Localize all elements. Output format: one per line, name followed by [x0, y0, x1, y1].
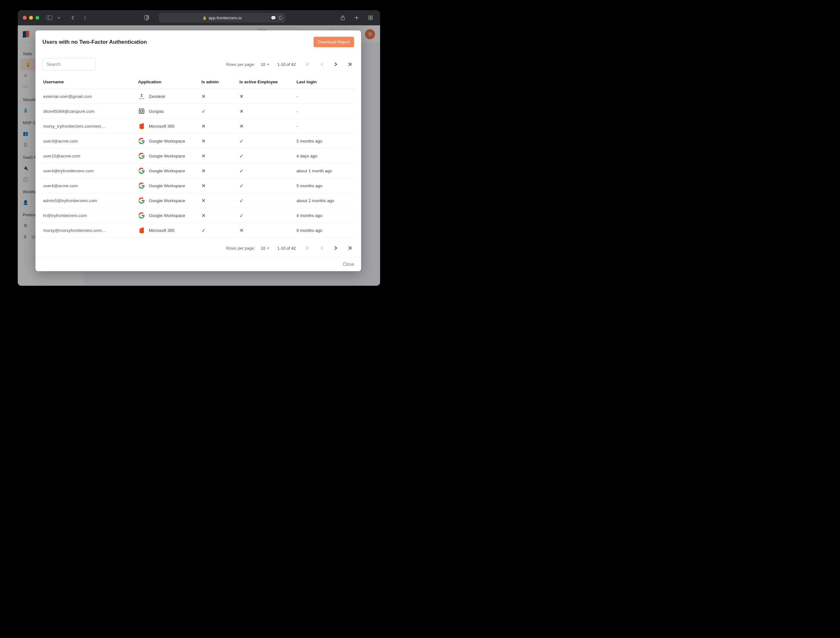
list-icon: ☰ [23, 142, 28, 147]
last-login-cell: 9 months ago [295, 223, 355, 238]
plug-icon: 🔌 [23, 165, 28, 171]
maximize-window-icon[interactable] [35, 16, 39, 20]
url-host: app.frontierzero.io [209, 16, 242, 20]
check-icon [240, 139, 243, 144]
table-controls-top: Rows per page: 10 ▼ 1-10 of 42 [41, 50, 355, 76]
reader-icon[interactable]: 💬 [271, 16, 276, 20]
back-button-icon[interactable] [68, 13, 77, 22]
next-page-button[interactable] [331, 243, 340, 253]
username-cell: hr@tryfrontierzero.com [43, 213, 106, 218]
forward-button-icon[interactable] [81, 13, 89, 22]
table-row[interactable]: morsy@morsyfrontierzero.onmicrosoft…Micr… [41, 223, 355, 238]
close-button[interactable]: Close [343, 262, 354, 267]
application-name: Google Workspace [149, 213, 185, 218]
column-application[interactable]: Application [136, 76, 199, 89]
window-controls [23, 16, 39, 20]
svg-rect-5 [369, 18, 370, 20]
pager-top: Rows per page: 10 ▼ 1-10 of 42 [226, 60, 354, 69]
pager-bottom: Rows per page: 10 ▼ 1-10 of 42 [226, 243, 354, 253]
share-icon[interactable] [338, 13, 347, 22]
username-cell: user4@acme.com [43, 183, 106, 188]
table-header-row: Username Application Is admin Is active … [41, 76, 355, 89]
rows-per-page-select[interactable]: 10 ▼ [261, 62, 270, 67]
table-row[interactable]: morsy_tryfrontierzero.com#ext#@mor…Micro… [41, 119, 355, 134]
column-last-login[interactable]: Last login [295, 76, 355, 89]
last-login-cell: - [295, 104, 355, 119]
application-cell: Microsoft 365 [138, 123, 197, 129]
tab-overview-icon[interactable] [366, 13, 375, 22]
svg-rect-3 [369, 16, 370, 17]
google-icon [138, 167, 145, 174]
application-cell: Google Workspace [138, 212, 197, 219]
modal-footer: Close [35, 257, 361, 271]
x-icon [201, 183, 205, 188]
rows-per-page-select[interactable]: 10 ▼ [261, 246, 270, 251]
username-cell: external-user@gmail.com [43, 94, 106, 99]
download-report-button[interactable]: Download Report [314, 37, 354, 47]
first-page-button[interactable] [303, 243, 312, 253]
last-page-button[interactable] [345, 243, 354, 253]
google-icon [138, 182, 145, 189]
address-bar[interactable]: 🔒 app.frontierzero.io 💬 [159, 13, 286, 22]
application-cell: Google Workspace [138, 182, 197, 189]
app-logo-icon [23, 30, 29, 37]
last-page-button[interactable] [345, 60, 354, 69]
application-cell: ZzendeskZendesk [138, 93, 197, 100]
modal-title: Users with no Two-Factor Authentication [43, 39, 147, 45]
x-icon [240, 109, 243, 114]
last-login-cell: 5 months ago [295, 134, 355, 148]
prev-page-button[interactable] [317, 60, 326, 69]
last-login-cell: about 2 months ago [295, 193, 355, 208]
new-tab-icon[interactable] [352, 13, 361, 22]
gorgias-icon [138, 108, 145, 115]
table-row[interactable]: external-user@gmail.comZzendeskZendesk- [41, 89, 355, 104]
prev-page-button[interactable] [317, 243, 326, 253]
m365-icon [138, 227, 145, 234]
minimize-window-icon[interactable] [29, 16, 33, 20]
username-cell: user3@acme.com [43, 139, 106, 144]
close-window-icon[interactable] [23, 16, 27, 20]
table-row[interactable]: user4@acme.comGoogle Workspace5 months a… [41, 178, 355, 193]
svg-text:zendesk: zendesk [139, 98, 144, 99]
table-row[interactable]: admin5@tryfrontierzero.comGoogle Workspa… [41, 193, 355, 208]
x-icon [201, 198, 205, 204]
rows-per-page-value: 10 [261, 62, 265, 67]
rows-per-page-value: 10 [261, 246, 265, 251]
username-cell: morsy_tryfrontierzero.com#ext#@mor… [43, 124, 106, 129]
modal-body: Rows per page: 10 ▼ 1-10 of 42 [35, 50, 361, 257]
x-icon [201, 213, 205, 218]
nodes-icon: ⚛ [23, 73, 28, 78]
check-icon [201, 109, 205, 114]
check-icon [240, 168, 243, 174]
search-input[interactable] [43, 58, 96, 71]
header-settings-icon[interactable]: ⚙ [365, 29, 375, 39]
privacy-shield-icon[interactable] [144, 15, 149, 21]
table-row[interactable]: diton45064@carspure.comGorgias- [41, 104, 355, 119]
table-row[interactable]: hr@tryfrontierzero.comGoogle Workspace4 … [41, 208, 355, 223]
last-login-cell: about 1 month ago [295, 163, 355, 178]
modal-header: Users with no Two-Factor Authentication … [35, 30, 361, 50]
table-row[interactable]: user3@acme.comGoogle Workspace5 months a… [41, 134, 355, 148]
x-icon [201, 123, 205, 129]
reload-icon[interactable] [278, 16, 283, 20]
application-cell: Google Workspace [138, 197, 197, 204]
google-icon [138, 197, 145, 204]
check-icon [240, 198, 243, 204]
lightbulb-icon: 💡 [25, 62, 30, 67]
column-is-active[interactable]: Is active Employee [238, 76, 295, 89]
next-page-button[interactable] [331, 60, 340, 69]
first-page-button[interactable] [303, 60, 312, 69]
application-cell: Microsoft 365 [138, 227, 197, 234]
column-is-admin[interactable]: Is admin [199, 76, 238, 89]
sidebar-dropdown-icon[interactable] [54, 13, 63, 22]
column-username[interactable]: Username [41, 76, 136, 89]
drop-icon: 💧 [23, 108, 28, 113]
table-row[interactable]: user15@acme.comGoogle Workspace4 days ag… [41, 148, 355, 163]
last-login-cell: 4 months ago [295, 208, 355, 223]
application-name: Microsoft 365 [149, 228, 175, 233]
table-row[interactable]: user4@tryfrontierzero.comGoogle Workspac… [41, 163, 355, 178]
page-range: 1-10 of 42 [277, 246, 296, 251]
application-name: Google Workspace [149, 139, 185, 144]
sidebar-toggle-icon[interactable] [45, 13, 54, 22]
last-login-cell: 5 months ago [295, 178, 355, 193]
